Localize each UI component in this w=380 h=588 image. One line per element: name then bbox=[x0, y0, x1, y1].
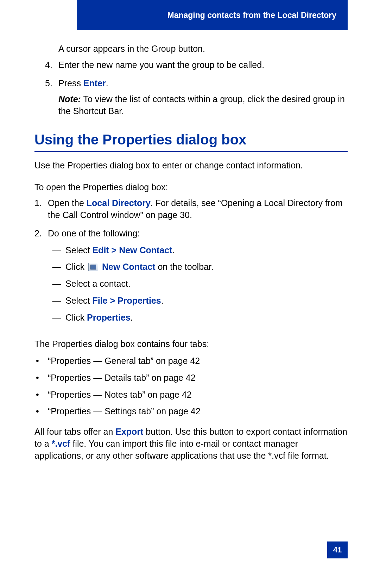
tabs-list: •“Properties — General tab” on page 42 •… bbox=[34, 355, 348, 417]
step-4: 4. Enter the new name you want the group… bbox=[45, 59, 348, 71]
step-number: 4. bbox=[45, 59, 58, 71]
step-number: 2. bbox=[34, 228, 48, 329]
rename-group-steps: 4. Enter the new name you want the group… bbox=[45, 59, 348, 117]
step-5: 5. Press Enter. Note: To view the list o… bbox=[45, 78, 348, 117]
option-select-contact: — Select a contact. bbox=[48, 278, 348, 290]
option-click-new-contact: — Click New Contact on the toolbar. bbox=[48, 261, 348, 273]
local-directory-link[interactable]: Local Directory bbox=[87, 198, 151, 208]
note-label: Note: bbox=[58, 94, 81, 104]
bullet-icon: • bbox=[34, 372, 48, 384]
page-content: A cursor appears in the Group button. 4.… bbox=[34, 39, 348, 471]
new-contact-toolbar-link[interactable]: New Contact bbox=[100, 262, 155, 272]
bullet-icon: • bbox=[34, 406, 48, 417]
tabs-intro: The Properties dialog box contains four … bbox=[34, 338, 348, 350]
tab-ref-details: •“Properties — Details tab” on page 42 bbox=[34, 372, 348, 384]
note-text: To view the list of contacts within a gr… bbox=[58, 94, 345, 116]
enter-key-label: Enter bbox=[83, 78, 106, 88]
page: Managing contacts from the Local Directo… bbox=[0, 0, 380, 588]
dash-icon: — bbox=[48, 261, 65, 273]
properties-link[interactable]: Properties bbox=[87, 312, 131, 322]
tab-ref-settings: •“Properties — Settings tab” on page 42 bbox=[34, 406, 348, 417]
option-list: — Select Edit > New Contact. — Click New… bbox=[48, 245, 348, 324]
open-step-2: 2. Do one of the following: — Select Edi… bbox=[34, 228, 348, 329]
bullet-icon: • bbox=[34, 389, 48, 401]
section-heading: Using the Properties dialog box bbox=[34, 130, 348, 149]
open-intro: To open the Properties dialog box: bbox=[34, 181, 348, 193]
section-lead: Use the Properties dialog box to enter o… bbox=[34, 160, 348, 172]
cursor-note: A cursor appears in the Group button. bbox=[58, 43, 348, 55]
tab-ref-notes: •“Properties — Notes tab” on page 42 bbox=[34, 389, 348, 401]
continued-steps-block: A cursor appears in the Group button. 4.… bbox=[45, 43, 348, 117]
open-step-1: 1. Open the Local Directory. For details… bbox=[34, 197, 348, 221]
chapter-title: Managing contacts from the Local Directo… bbox=[167, 11, 336, 20]
export-button-label: Export bbox=[115, 427, 143, 437]
step-text: Press Enter. Note: To view the list of c… bbox=[58, 78, 348, 117]
step-number: 5. bbox=[45, 78, 58, 117]
edit-new-contact-link[interactable]: Edit > New Contact bbox=[92, 245, 172, 255]
export-paragraph: All four tabs offer an Export button. Us… bbox=[34, 426, 348, 462]
dash-icon: — bbox=[48, 245, 65, 256]
page-number: 41 bbox=[327, 541, 348, 558]
step-text: Enter the new name you want the group to… bbox=[58, 59, 348, 71]
option-click-properties: — Click Properties. bbox=[48, 312, 348, 324]
option-edit-new-contact: — Select Edit > New Contact. bbox=[48, 245, 348, 256]
new-contact-toolbar-icon bbox=[88, 263, 98, 271]
option-file-properties: — Select File > Properties. bbox=[48, 295, 348, 307]
dash-icon: — bbox=[48, 312, 65, 324]
section-rule bbox=[34, 151, 348, 152]
dash-icon: — bbox=[48, 295, 65, 307]
step-text: Do one of the following: — Select Edit >… bbox=[48, 228, 348, 329]
open-properties-steps: 1. Open the Local Directory. For details… bbox=[34, 197, 348, 328]
file-properties-link[interactable]: File > Properties bbox=[92, 296, 161, 305]
tab-ref-general: •“Properties — General tab” on page 42 bbox=[34, 355, 348, 367]
bullet-icon: • bbox=[34, 355, 48, 367]
dash-icon: — bbox=[48, 278, 65, 290]
step-number: 1. bbox=[34, 197, 48, 221]
vcf-extension-label: *.vcf bbox=[52, 439, 70, 448]
chapter-header: Managing contacts from the Local Directo… bbox=[77, 0, 348, 30]
step-text: Open the Local Directory. For details, s… bbox=[48, 197, 348, 221]
